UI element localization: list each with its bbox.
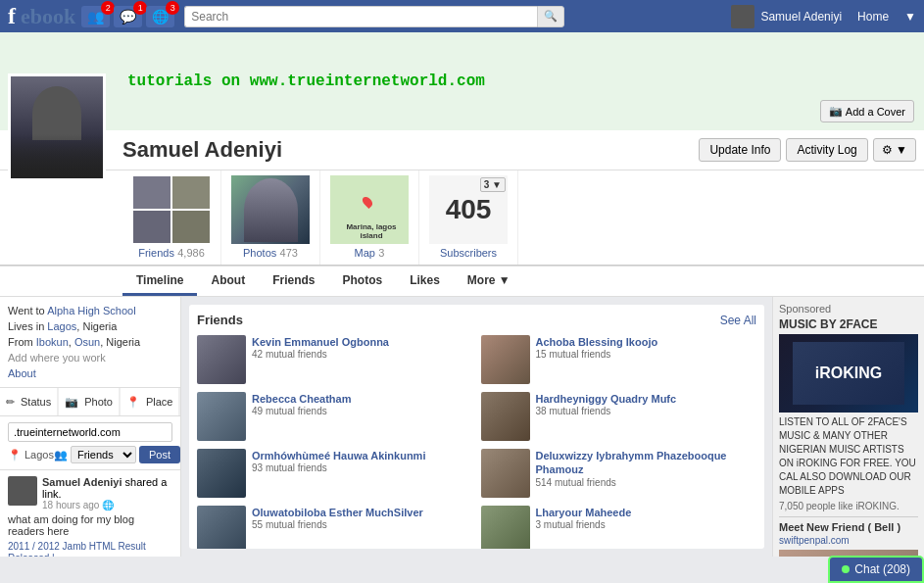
friend-info-5: Ormhówhùmeé Hauwa Akinkunmi 93 mutual fr… — [252, 449, 425, 473]
chat-online-indicator — [842, 565, 850, 573]
friend-mutual-2: 15 mutual friends — [536, 349, 658, 360]
nav-user[interactable]: Samuel Adeniyi — [731, 5, 842, 28]
friend-name-5: Ormhówhùmeé Hauwa Akinkunmi — [252, 449, 425, 462]
post-user-name[interactable]: Samuel Adeniyi — [42, 476, 122, 488]
sponsored-label: Sponsored — [779, 303, 918, 315]
facebook-logo: f — [8, 3, 15, 29]
user-info-section: Went to Alpha High School Lives in Lagos… — [0, 297, 180, 387]
activity-log-button[interactable]: Activity Log — [786, 138, 867, 162]
chat-bar[interactable]: Chat (208) — [828, 556, 924, 583]
timeline-tab[interactable]: Timeline — [122, 267, 197, 296]
nav-user-name: Samuel Adeniyi — [760, 10, 842, 24]
update-info-button[interactable]: Update Info — [699, 138, 781, 162]
home-button[interactable]: Home — [850, 6, 897, 27]
friends-icon: 👥 — [54, 449, 68, 462]
logo-text: ebook — [21, 4, 75, 29]
subscribers-selector[interactable]: 3 ▼ — [480, 177, 506, 192]
notifications-badge: 3 — [166, 1, 179, 15]
status-tab[interactable]: ✏ Status — [0, 388, 58, 415]
friend-item[interactable]: Deluxwizzy Iybrahymm Phazebooque Phamouz… — [481, 449, 757, 498]
country-text: Nigeria — [82, 320, 117, 332]
photos-tab[interactable]: Photos — [328, 267, 396, 296]
top-navigation: f ebook 👥 2 💬 1 🌐 3 🔍 Samuel Adeniyi Hom… — [0, 0, 924, 32]
friend-requests-badge: 2 — [101, 1, 115, 15]
post-button[interactable]: Post — [139, 446, 180, 463]
friend-avatar-2 — [481, 335, 530, 384]
friend-name-8: Lharyour Maheede — [536, 506, 632, 519]
compose-url-input[interactable] — [8, 422, 172, 442]
friend-item[interactable]: Achoba Blessing Ikoojo 15 mutual friends — [481, 335, 757, 384]
friend-item[interactable]: Rebecca Cheatham 49 mutual friends — [197, 392, 473, 441]
friend-name-6: Deluxwizzy Iybrahymm Phazebooque Phamouz — [536, 449, 757, 477]
messages-btn[interactable]: 💬 1 — [114, 6, 142, 27]
photo-tab[interactable]: 📷 Photo — [58, 388, 120, 415]
friend-item[interactable]: Kevin Emmanuel Ogbonna 42 mutual friends — [197, 335, 473, 384]
friend-requests-btn[interactable]: 👥 2 — [81, 6, 110, 27]
add-cover-label: Add a Cover — [846, 106, 905, 118]
about-tab[interactable]: About — [197, 267, 259, 296]
work-info[interactable]: Add where you work — [8, 352, 172, 364]
map-label: Map — [355, 247, 375, 259]
friends-tab[interactable]: Friends — [259, 267, 328, 296]
post-meta: Samuel Adeniyi shared a link. 18 hours a… — [42, 476, 172, 510]
friend-avatar-8 — [481, 506, 530, 549]
friend-mutual-3: 49 mutual friends — [252, 406, 352, 416]
profile-area: tutorials on www.trueinternetworld.com 📷… — [0, 32, 924, 266]
add-cover-button[interactable]: 📷 Add a Cover — [820, 100, 914, 122]
search-button[interactable]: 🔍 — [537, 6, 564, 27]
main-layout: Went to Alpha High School Lives in Lagos… — [0, 297, 924, 557]
photo-icon: 📷 — [65, 396, 78, 409]
status-label: Status — [21, 396, 51, 408]
nav-dropdown-icon[interactable]: ▼ — [904, 10, 916, 24]
feed-post: Samuel Adeniyi shared a link. 18 hours a… — [0, 470, 180, 557]
photo-tab-label: Photo — [84, 396, 113, 408]
about-link[interactable]: About — [8, 367, 36, 379]
school-info: Went to Alpha High School — [8, 305, 172, 316]
friends-strip: Friends 4,986 Photos 473 Marina, lagos i… — [0, 170, 924, 265]
post-link[interactable]: 2011 / 2012 Jamb HTML Result Released | — [8, 541, 146, 557]
friend-item[interactable]: Oluwatobiloba Esther MuchSilver 55 mutua… — [197, 506, 473, 549]
from-city-link[interactable]: Ibokun — [36, 336, 69, 348]
compose-area: 📍 Lagos 👥 Friends Public Only Me Post — [0, 416, 180, 470]
post-header: Samuel Adeniyi shared a link. 18 hours a… — [8, 476, 172, 510]
friend-item[interactable]: Hardheyniggy Quadry Mufc 38 mutual frien… — [481, 392, 757, 441]
friend-item[interactable]: Lharyour Maheede 3 mutual friends — [481, 506, 757, 549]
place-tab[interactable]: 📍 Place — [120, 388, 180, 415]
city-link[interactable]: Lagos — [47, 320, 76, 332]
notifications-btn[interactable]: 🌐 3 — [146, 6, 174, 27]
photos-count: 473 — [280, 247, 298, 259]
map-strip-item[interactable]: Marina, lagos island Map 3 — [320, 170, 419, 265]
friend-name-4: Hardheyniggy Quadry Mufc — [536, 392, 677, 406]
friend-item[interactable]: Ormhówhùmeé Hauwa Akinkunmi 93 mutual fr… — [197, 449, 473, 498]
friend-name-2: Achoba Blessing Ikoojo — [536, 335, 658, 349]
subscribers-strip-item[interactable]: 405 3 ▼ Subscribers — [419, 170, 518, 265]
left-sidebar: Went to Alpha High School Lives in Lagos… — [0, 297, 181, 557]
friends-strip-item[interactable]: Friends 4,986 — [122, 170, 221, 265]
friend-name-1: Kevin Emmanuel Ogbonna — [252, 335, 389, 349]
subscribers-thumbnail: 405 3 ▼ — [429, 175, 508, 244]
friends-section: Friends See All Kevin Emmanuel Ogbonna 4… — [189, 305, 764, 549]
audience-select[interactable]: Friends Public Only Me — [71, 446, 136, 463]
meet-friend-link[interactable]: swiftpenpal.com — [779, 535, 918, 546]
ad-image-text: iROKING — [815, 364, 882, 382]
friend-info-8: Lharyour Maheede 3 mutual friends — [536, 506, 632, 530]
settings-button[interactable]: ⚙ ▼ — [873, 138, 916, 162]
friends-section-header: Friends See All — [197, 313, 756, 327]
post-time-row: 18 hours ago 🌐 — [42, 500, 172, 510]
mini-thumb-4 — [171, 210, 211, 244]
mini-thumb-2 — [171, 175, 211, 210]
school-link[interactable]: Alpha High School — [47, 305, 136, 316]
more-tab[interactable]: More ▼ — [454, 267, 524, 296]
likes-tab[interactable]: Likes — [396, 267, 454, 296]
friends-grid: Kevin Emmanuel Ogbonna 42 mutual friends… — [197, 335, 756, 549]
right-ad-panel: Sponsored MUSIC BY 2FACE iROKING LISTEN … — [772, 297, 924, 557]
friend-info-4: Hardheyniggy Quadry Mufc 38 mutual frien… — [536, 392, 677, 416]
from-state-link[interactable]: Osun — [74, 336, 100, 348]
profile-name: Samuel Adeniyi — [122, 137, 282, 163]
photos-strip-item[interactable]: Photos 473 — [221, 170, 320, 265]
see-all-friends-link[interactable]: See All — [720, 314, 756, 327]
friend-mutual-5: 93 mutual friends — [252, 462, 425, 473]
mini-thumb-1 — [132, 175, 171, 210]
search-input[interactable] — [184, 6, 537, 27]
friends-thumbnail — [132, 175, 211, 244]
